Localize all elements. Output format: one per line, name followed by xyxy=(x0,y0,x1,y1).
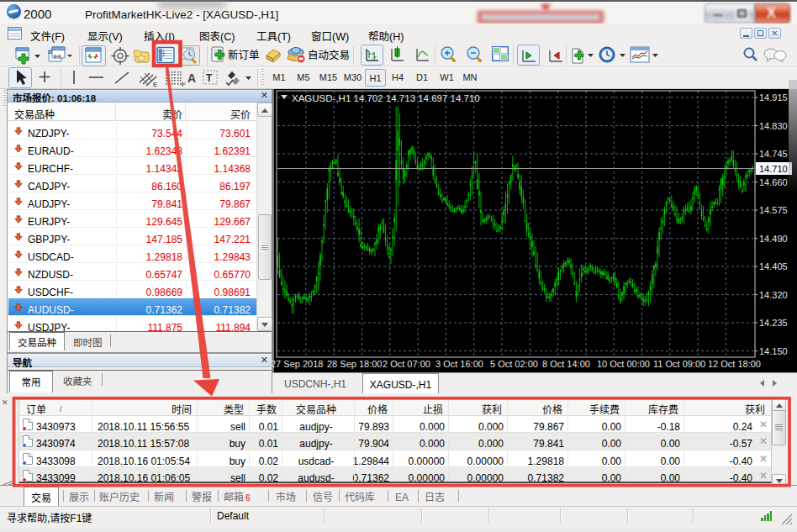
svg-text:28 Sep 18:00: 28 Sep 18:00 xyxy=(327,359,382,369)
svg-text:14.235: 14.235 xyxy=(759,318,788,328)
svg-text:14.745: 14.745 xyxy=(759,149,788,159)
svg-text:3 Oct 16:00: 3 Oct 16:00 xyxy=(435,359,483,369)
svg-text:14.915: 14.915 xyxy=(759,92,788,103)
svg-text:14.710: 14.710 xyxy=(759,164,788,174)
svg-text:12 Oct 18:00: 12 Oct 18:00 xyxy=(708,359,761,369)
svg-text:27 Sep 2018: 27 Sep 2018 xyxy=(271,359,323,369)
svg-text:14.320: 14.320 xyxy=(759,290,788,300)
svg-text:14.660: 14.660 xyxy=(759,177,788,187)
svg-text:10 Oct 00:00: 10 Oct 00:00 xyxy=(597,359,650,369)
svg-text:11 Oct 09:00: 11 Oct 09:00 xyxy=(653,359,705,369)
svg-text:8 Oct 14:00: 8 Oct 14:00 xyxy=(542,359,590,369)
svg-text:5 Oct 02:00: 5 Oct 02:00 xyxy=(490,359,538,369)
svg-text:2 Oct 07:00: 2 Oct 07:00 xyxy=(383,359,430,369)
svg-text:14.150: 14.150 xyxy=(759,346,788,356)
svg-text:14.575: 14.575 xyxy=(759,205,788,215)
svg-text:14.405: 14.405 xyxy=(759,261,788,271)
svg-text:14.490: 14.490 xyxy=(759,234,788,244)
svg-text:14.830: 14.830 xyxy=(759,121,788,131)
svg-text:XAGUSD-,H1 14.702 14.713 14.69: XAGUSD-,H1 14.702 14.713 14.697 14.710 xyxy=(292,91,480,104)
